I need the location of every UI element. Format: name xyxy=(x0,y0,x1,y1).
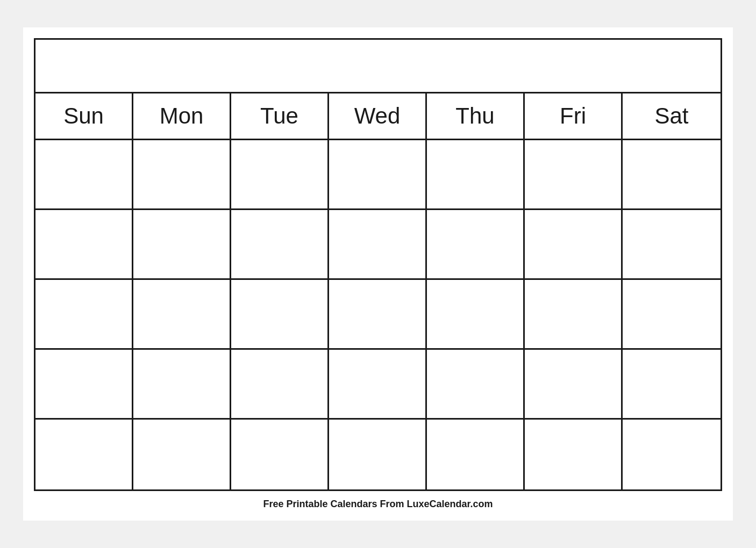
calendar-body xyxy=(35,140,721,489)
cell-4-sat[interactable] xyxy=(623,350,721,418)
week-row-2 xyxy=(35,210,721,280)
page-wrapper: Sun Mon Tue Wed Thu Fri Sat xyxy=(23,27,733,521)
cell-4-wed[interactable] xyxy=(329,350,427,418)
week-row-3 xyxy=(35,280,721,350)
week-row-4 xyxy=(35,350,721,420)
week-row-5 xyxy=(35,420,721,489)
cell-1-sat[interactable] xyxy=(623,140,721,208)
cell-5-tue[interactable] xyxy=(231,420,329,489)
days-header-row: Sun Mon Tue Wed Thu Fri Sat xyxy=(35,93,721,140)
cell-1-tue[interactable] xyxy=(231,140,329,208)
cell-2-sat[interactable] xyxy=(623,210,721,278)
cell-3-thu[interactable] xyxy=(427,280,525,348)
calendar-title-area xyxy=(35,40,721,93)
cell-1-fri[interactable] xyxy=(525,140,623,208)
cell-2-tue[interactable] xyxy=(231,210,329,278)
cell-5-sat[interactable] xyxy=(623,420,721,489)
cell-5-mon[interactable] xyxy=(133,420,231,489)
cell-1-wed[interactable] xyxy=(329,140,427,208)
cell-5-thu[interactable] xyxy=(427,420,525,489)
cell-2-fri[interactable] xyxy=(525,210,623,278)
cell-3-wed[interactable] xyxy=(329,280,427,348)
day-header-sat: Sat xyxy=(623,93,721,139)
calendar-container: Sun Mon Tue Wed Thu Fri Sat xyxy=(34,38,722,491)
footer-text: Free Printable Calendars From LuxeCalend… xyxy=(263,499,493,510)
cell-1-sun[interactable] xyxy=(35,140,133,208)
cell-4-fri[interactable] xyxy=(525,350,623,418)
day-header-tue: Tue xyxy=(231,93,329,139)
cell-5-fri[interactable] xyxy=(525,420,623,489)
cell-1-mon[interactable] xyxy=(133,140,231,208)
cell-1-thu[interactable] xyxy=(427,140,525,208)
day-header-sun: Sun xyxy=(35,93,133,139)
day-header-wed: Wed xyxy=(329,93,427,139)
cell-4-mon[interactable] xyxy=(133,350,231,418)
cell-2-sun[interactable] xyxy=(35,210,133,278)
cell-4-sun[interactable] xyxy=(35,350,133,418)
cell-4-tue[interactable] xyxy=(231,350,329,418)
cell-2-thu[interactable] xyxy=(427,210,525,278)
cell-5-sun[interactable] xyxy=(35,420,133,489)
cell-3-fri[interactable] xyxy=(525,280,623,348)
cell-2-mon[interactable] xyxy=(133,210,231,278)
cell-4-thu[interactable] xyxy=(427,350,525,418)
week-row-1 xyxy=(35,140,721,210)
cell-3-mon[interactable] xyxy=(133,280,231,348)
cell-5-wed[interactable] xyxy=(329,420,427,489)
day-header-mon: Mon xyxy=(133,93,231,139)
day-header-fri: Fri xyxy=(525,93,623,139)
cell-2-wed[interactable] xyxy=(329,210,427,278)
day-header-thu: Thu xyxy=(427,93,525,139)
cell-3-tue[interactable] xyxy=(231,280,329,348)
cell-3-sat[interactable] xyxy=(623,280,721,348)
cell-3-sun[interactable] xyxy=(35,280,133,348)
